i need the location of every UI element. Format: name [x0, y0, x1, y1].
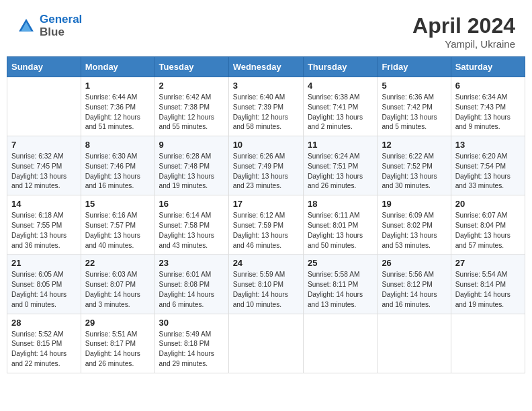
day-info: Sunrise: 6:11 AMSunset: 8:01 PMDaylight:… [308, 211, 373, 250]
calendar-cell [451, 314, 525, 373]
calendar-cell: 24Sunrise: 5:59 AMSunset: 8:10 PMDayligh… [228, 255, 303, 314]
day-info: Sunrise: 6:24 AMSunset: 7:51 PMDaylight:… [308, 152, 373, 191]
day-number: 26 [382, 258, 446, 268]
calendar-cell [7, 77, 81, 136]
month-title: April 2024 [412, 13, 515, 38]
day-info: Sunrise: 6:38 AMSunset: 7:41 PMDaylight:… [308, 93, 373, 132]
calendar-cell: 13Sunrise: 6:20 AMSunset: 7:54 PMDayligh… [451, 136, 525, 195]
calendar-cell: 10Sunrise: 6:26 AMSunset: 7:49 PMDayligh… [228, 136, 303, 195]
day-number: 13 [455, 140, 521, 150]
day-number: 23 [159, 258, 224, 268]
calendar-week-1: 1Sunrise: 6:44 AMSunset: 7:36 PMDaylight… [7, 77, 525, 136]
calendar-cell: 19Sunrise: 6:09 AMSunset: 8:02 PMDayligh… [378, 195, 451, 255]
day-number: 24 [233, 258, 299, 268]
day-info: Sunrise: 5:49 AMSunset: 8:18 PMDaylight:… [159, 330, 224, 369]
day-info: Sunrise: 6:26 AMSunset: 7:49 PMDaylight:… [233, 152, 299, 191]
day-info: Sunrise: 5:51 AMSunset: 8:17 PMDaylight:… [85, 330, 150, 369]
calendar-cell: 3Sunrise: 6:40 AMSunset: 7:39 PMDaylight… [228, 77, 303, 136]
column-header-tuesday: Tuesday [154, 57, 228, 77]
calendar-week-4: 21Sunrise: 6:05 AMSunset: 8:05 PMDayligh… [7, 255, 525, 314]
day-number: 19 [382, 199, 446, 209]
calendar-cell: 16Sunrise: 6:14 AMSunset: 7:58 PMDayligh… [154, 195, 228, 255]
calendar-cell: 30Sunrise: 5:49 AMSunset: 8:18 PMDayligh… [154, 314, 228, 373]
calendar-cell: 22Sunrise: 6:03 AMSunset: 8:07 PMDayligh… [81, 255, 154, 314]
calendar-cell: 7Sunrise: 6:32 AMSunset: 7:45 PMDaylight… [7, 136, 81, 195]
day-number: 22 [85, 258, 150, 268]
day-info: Sunrise: 5:58 AMSunset: 8:11 PMDaylight:… [308, 270, 373, 310]
day-info: Sunrise: 6:01 AMSunset: 8:08 PMDaylight:… [159, 270, 224, 310]
calendar-cell [303, 314, 377, 373]
calendar-cell: 14Sunrise: 6:18 AMSunset: 7:55 PMDayligh… [7, 195, 81, 255]
day-number: 3 [233, 81, 299, 91]
calendar-cell: 29Sunrise: 5:51 AMSunset: 8:17 PMDayligh… [81, 314, 154, 373]
calendar-cell: 20Sunrise: 6:07 AMSunset: 8:04 PMDayligh… [451, 195, 525, 255]
column-header-friday: Friday [378, 57, 451, 77]
calendar-cell: 4Sunrise: 6:38 AMSunset: 7:41 PMDaylight… [303, 77, 377, 136]
day-info: Sunrise: 6:16 AMSunset: 7:57 PMDaylight:… [85, 211, 150, 250]
calendar-header-row: SundayMondayTuesdayWednesdayThursdayFrid… [7, 57, 525, 77]
title-block: April 2024 Yampil, Ukraine [412, 13, 515, 50]
day-number: 18 [308, 199, 373, 209]
calendar-cell: 25Sunrise: 5:58 AMSunset: 8:11 PMDayligh… [303, 255, 377, 314]
calendar-table: SundayMondayTuesdayWednesdayThursdayFrid… [7, 56, 525, 373]
calendar-cell [378, 314, 451, 373]
calendar-cell: 17Sunrise: 6:12 AMSunset: 7:59 PMDayligh… [228, 195, 303, 255]
day-number: 6 [455, 81, 521, 91]
day-number: 1 [85, 81, 150, 91]
day-info: Sunrise: 6:42 AMSunset: 7:38 PMDaylight:… [159, 93, 224, 132]
calendar-cell: 15Sunrise: 6:16 AMSunset: 7:57 PMDayligh… [81, 195, 154, 255]
day-info: Sunrise: 6:20 AMSunset: 7:54 PMDaylight:… [455, 152, 521, 191]
column-header-thursday: Thursday [303, 57, 377, 77]
day-number: 14 [11, 199, 77, 209]
calendar-cell: 12Sunrise: 6:22 AMSunset: 7:52 PMDayligh… [378, 136, 451, 195]
day-number: 17 [233, 199, 299, 209]
day-number: 27 [455, 258, 521, 268]
calendar-week-2: 7Sunrise: 6:32 AMSunset: 7:45 PMDaylight… [7, 136, 525, 195]
day-number: 15 [85, 199, 150, 209]
calendar-cell: 5Sunrise: 6:36 AMSunset: 7:42 PMDaylight… [378, 77, 451, 136]
day-number: 16 [159, 199, 224, 209]
calendar-cell: 26Sunrise: 5:56 AMSunset: 8:12 PMDayligh… [378, 255, 451, 314]
calendar-week-3: 14Sunrise: 6:18 AMSunset: 7:55 PMDayligh… [7, 195, 525, 255]
logo-icon [17, 17, 36, 36]
day-info: Sunrise: 6:18 AMSunset: 7:55 PMDaylight:… [11, 211, 77, 250]
calendar-cell: 11Sunrise: 6:24 AMSunset: 7:51 PMDayligh… [303, 136, 377, 195]
day-info: Sunrise: 6:34 AMSunset: 7:43 PMDaylight:… [455, 93, 521, 132]
column-header-saturday: Saturday [451, 57, 525, 77]
logo-text: General Blue [40, 13, 82, 38]
day-info: Sunrise: 6:30 AMSunset: 7:46 PMDaylight:… [85, 152, 150, 191]
day-info: Sunrise: 6:05 AMSunset: 8:05 PMDaylight:… [11, 270, 77, 310]
day-number: 12 [382, 140, 446, 150]
day-info: Sunrise: 5:54 AMSunset: 8:14 PMDaylight:… [455, 270, 521, 310]
calendar-cell: 1Sunrise: 6:44 AMSunset: 7:36 PMDaylight… [81, 77, 154, 136]
calendar-cell: 2Sunrise: 6:42 AMSunset: 7:38 PMDaylight… [154, 77, 228, 136]
day-info: Sunrise: 6:22 AMSunset: 7:52 PMDaylight:… [382, 152, 446, 191]
day-info: Sunrise: 5:56 AMSunset: 8:12 PMDaylight:… [382, 270, 446, 310]
day-info: Sunrise: 6:36 AMSunset: 7:42 PMDaylight:… [382, 93, 446, 132]
calendar-cell: 8Sunrise: 6:30 AMSunset: 7:46 PMDaylight… [81, 136, 154, 195]
calendar-cell: 9Sunrise: 6:28 AMSunset: 7:48 PMDaylight… [154, 136, 228, 195]
day-info: Sunrise: 5:59 AMSunset: 8:10 PMDaylight:… [233, 270, 299, 310]
day-number: 7 [11, 140, 77, 150]
day-number: 25 [308, 258, 373, 268]
day-number: 9 [159, 140, 224, 150]
day-number: 2 [159, 81, 224, 91]
day-number: 11 [308, 140, 373, 150]
day-number: 10 [233, 140, 299, 150]
day-info: Sunrise: 6:32 AMSunset: 7:45 PMDaylight:… [11, 152, 77, 191]
day-number: 8 [85, 140, 150, 150]
day-number: 21 [11, 258, 77, 268]
calendar-cell: 27Sunrise: 5:54 AMSunset: 8:14 PMDayligh… [451, 255, 525, 314]
day-info: Sunrise: 6:40 AMSunset: 7:39 PMDaylight:… [233, 93, 299, 132]
location: Yampil, Ukraine [412, 38, 515, 50]
day-number: 30 [159, 318, 224, 328]
column-header-monday: Monday [81, 57, 154, 77]
calendar-cell: 28Sunrise: 5:52 AMSunset: 8:15 PMDayligh… [7, 314, 81, 373]
logo: General Blue [17, 13, 82, 38]
day-info: Sunrise: 6:14 AMSunset: 7:58 PMDaylight:… [159, 211, 224, 250]
page-header: General Blue April 2024 Yampil, Ukraine [7, 7, 525, 53]
column-header-sunday: Sunday [7, 57, 81, 77]
day-info: Sunrise: 6:12 AMSunset: 7:59 PMDaylight:… [233, 211, 299, 250]
day-number: 4 [308, 81, 373, 91]
day-number: 20 [455, 199, 521, 209]
